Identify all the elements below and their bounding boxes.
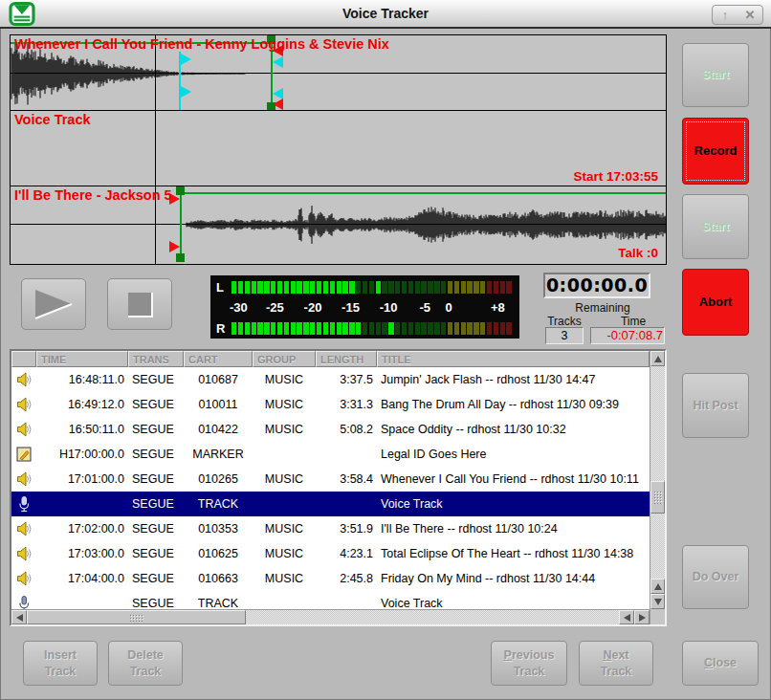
meter-segment [349, 281, 354, 294]
meter-segment [303, 322, 308, 335]
log-cell: MUSIC [253, 392, 316, 417]
log-cell: 010353 [184, 516, 253, 541]
abort-button[interactable]: Abort [682, 269, 749, 336]
waveform-panel[interactable]: Whenever I Call You Friend - Kenny Loggi… [10, 34, 667, 265]
log-header-row[interactable]: TIMETRANSCARTGROUPLENGTHTITLE [11, 351, 650, 367]
log-header-cart[interactable]: CART [184, 351, 253, 367]
close-window-button[interactable]: ✕ [738, 6, 762, 24]
meter-segment [388, 281, 393, 294]
track3-start-marker-bottom[interactable] [169, 241, 180, 252]
log-header-group[interactable]: GROUP [253, 351, 316, 367]
vertical-scroll-thumb[interactable] [650, 481, 665, 514]
log-row[interactable]: 17:02:00.0SEGUE010353MUSIC3:51.9I'll Be … [11, 516, 650, 541]
right-channel-label: R [216, 322, 231, 335]
speaker-icon [11, 566, 36, 591]
track3-start-cursor[interactable] [180, 186, 182, 262]
track3-level-line[interactable] [180, 192, 666, 194]
log-header-title[interactable]: TITLE [377, 351, 650, 367]
meter-segment [382, 322, 386, 335]
meter-segment [231, 322, 236, 335]
stop-button[interactable] [107, 278, 172, 330]
log-row[interactable]: 17:04:00.0SEGUE010663MUSIC2:45.8Friday O… [11, 566, 650, 591]
meter-segment [363, 281, 367, 294]
button-label: Previous Track [501, 647, 557, 679]
start-track1-button[interactable]: Start [682, 43, 749, 107]
track3-title: I'll Be There - Jackson 5 [14, 187, 172, 203]
scroll-up-button[interactable] [650, 351, 665, 366]
log-row[interactable]: H17:00:00.0SEGUEMARKERLegal ID Goes Here [11, 442, 650, 467]
log-rows: 16:48:11.0SEGUE010687MUSIC3:37.5Jumpin' … [11, 367, 650, 609]
play-button[interactable] [21, 278, 86, 330]
track1-fadeout-marker-top[interactable] [273, 56, 283, 68]
marker-icon [11, 442, 36, 467]
log-cell: SEGUE [128, 392, 184, 417]
log-row[interactable]: SEGUETRACKVoice Track [11, 591, 650, 609]
insert-track-button[interactable]: Insert Track [23, 641, 98, 686]
close-button[interactable]: Close [682, 641, 759, 686]
log-cell: MUSIC [253, 516, 316, 541]
meter-segment [480, 322, 485, 335]
do-over-button[interactable]: Do Over [682, 545, 749, 609]
vertical-scroll-track[interactable] [650, 366, 665, 579]
log-header-trans[interactable]: TRANS [128, 351, 184, 367]
mic-icon [11, 591, 36, 609]
track2-start-time: Start 17:03:55 [573, 169, 658, 184]
scroll-left-button[interactable] [11, 610, 27, 624]
track3-start-handle-bottom[interactable] [176, 253, 185, 262]
meter-segment [461, 322, 466, 335]
log-cell: SEGUE [128, 516, 184, 541]
meter-segment [434, 322, 439, 335]
log-cell: I'll Be There -- rdhost 11/30 10:24 [377, 516, 650, 541]
horizontal-scrollbar[interactable] [11, 609, 650, 624]
meter-scale-label: -15 [341, 300, 360, 315]
log-header-length[interactable]: LENGTH [316, 351, 377, 367]
speaker-icon [11, 516, 36, 541]
log-cell: SEGUE [128, 492, 184, 516]
meter-segment [388, 322, 393, 335]
scroll-left-button-2[interactable] [619, 610, 634, 624]
track1-end-handle-bottom[interactable] [267, 102, 275, 111]
track-pane-3[interactable]: I'll Be There - Jackson 5 Talk :0 [11, 186, 666, 262]
track3-start-handle-top[interactable] [176, 186, 185, 195]
vertical-scrollbar[interactable] [650, 351, 665, 624]
hit-post-button[interactable]: Hit Post [682, 373, 749, 438]
meter-segment [330, 322, 335, 335]
shade-window-button[interactable]: ↑ [713, 6, 738, 24]
horizontal-scroll-track[interactable] [27, 610, 619, 624]
record-button[interactable]: Record [682, 118, 749, 185]
track1-title: Whenever I Call You Friend - Kenny Loggi… [14, 36, 389, 52]
remaining-time-value: -0:07:08.7 [590, 327, 665, 344]
track-pane-2[interactable]: Voice Track Start 17:03:55 [11, 111, 666, 186]
log-row[interactable]: 16:48:11.0SEGUE010687MUSIC3:37.5Jumpin' … [11, 367, 650, 392]
elapsed-time-display: 0:00:00.0 [543, 273, 650, 298]
scroll-up-button-2[interactable] [650, 579, 665, 594]
track1-fade-marker-top[interactable] [181, 54, 191, 65]
previous-track-button[interactable]: Previous Track [491, 641, 567, 686]
scroll-down-button[interactable] [650, 594, 665, 609]
log-row[interactable]: 16:50:11.0SEGUE010422MUSIC5:08.2Space Od… [11, 417, 650, 442]
log-cell: TRACK [184, 492, 253, 516]
meter-segment [428, 322, 432, 335]
next-track-button[interactable]: Next Track [579, 641, 653, 686]
log-row[interactable]: 17:01:00.0SEGUE010265MUSIC3:58.4Whenever… [11, 467, 650, 492]
start-track3-button[interactable]: Start [682, 194, 749, 259]
meter-segment [284, 322, 289, 335]
log-header-icon[interactable] [11, 351, 36, 367]
track1-fade-marker-bottom[interactable] [181, 86, 191, 98]
meter-segment [441, 322, 446, 335]
meter-segment [467, 322, 472, 335]
horizontal-scroll-thumb[interactable] [27, 610, 246, 624]
log-cell: 16:50:11.0 [36, 417, 128, 442]
scroll-right-button[interactable] [634, 610, 650, 624]
log-row[interactable]: SEGUETRACKVoice Track [11, 492, 650, 516]
log-row[interactable]: 16:49:12.0SEGUE010011MUSIC3:31.3Bang The… [11, 392, 650, 417]
log-cell: 4:23.1 [316, 541, 377, 566]
log-row[interactable]: 17:03:00.0SEGUE010625MUSIC4:23.1Total Ec… [11, 541, 650, 566]
track-pane-1[interactable]: Whenever I Call You Friend - Kenny Loggi… [11, 35, 666, 111]
log-cell: 17:02:00.0 [36, 516, 128, 541]
delete-track-button[interactable]: Delete Track [108, 641, 183, 686]
log-cell: 17:04:00.0 [36, 566, 128, 591]
log-header-time[interactable]: TIME [36, 351, 128, 367]
titlebar[interactable]: Voice Tracker ↑ ✕ [0, 0, 771, 29]
meter-segment [421, 281, 426, 294]
